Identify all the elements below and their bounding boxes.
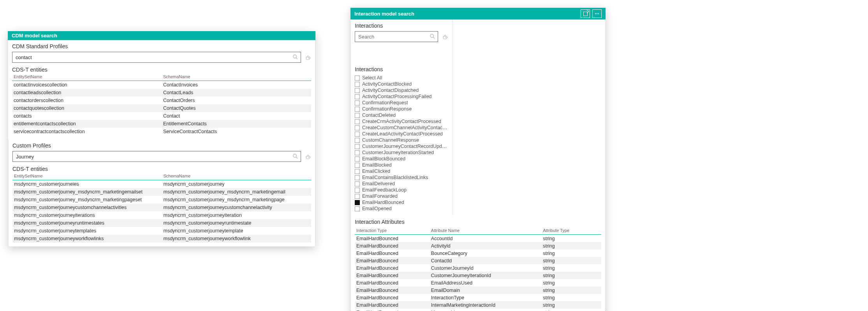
interaction-item[interactable]: EmailDelivered xyxy=(355,181,448,187)
table-row[interactable]: contactinvoicescollectionContactInvoices xyxy=(12,81,311,89)
col-attribute-name[interactable]: Attribute Name xyxy=(430,227,541,235)
checkbox-icon[interactable] xyxy=(355,175,360,180)
checkbox-icon[interactable] xyxy=(355,150,360,155)
checkbox-icon[interactable] xyxy=(355,206,360,211)
checkbox-icon[interactable] xyxy=(355,138,360,143)
cdm-standard-column: CDM Standard Profiles CDS-T entities Ent… xyxy=(8,40,315,139)
checkbox-icon[interactable] xyxy=(355,181,360,186)
checkbox-icon[interactable] xyxy=(355,125,360,130)
interaction-item[interactable]: ActivityContactDispatched xyxy=(355,87,448,93)
table-cell: msdyncrm_customerjourneyworkflowlink xyxy=(162,235,312,242)
checkbox-icon[interactable] xyxy=(355,113,360,118)
eraser-icon[interactable] xyxy=(305,154,311,159)
checkbox-icon[interactable] xyxy=(355,107,360,112)
interaction-item[interactable]: EmailFeedbackLoop xyxy=(355,187,448,193)
interaction-item[interactable]: EmailContainsBlacklistedLinks xyxy=(355,174,448,181)
table-cell: string xyxy=(541,235,601,242)
table-row[interactable]: msdyncrm_customerjourneytemplatesmsdyncr… xyxy=(12,227,311,235)
col-schemaname[interactable]: SchemaName xyxy=(162,74,311,81)
table-row[interactable]: msdyncrm_customerjourney_msdyncrm_market… xyxy=(12,196,311,204)
interaction-label: CreateCrmActivityContactProcessed xyxy=(362,119,441,124)
interaction-item[interactable]: Select All xyxy=(355,75,448,81)
more-icon[interactable]: ⋯ xyxy=(592,9,602,18)
table-row[interactable]: servicecontractcontactscollectionService… xyxy=(12,128,311,135)
table-row[interactable]: msdyncrm_customerjourneyruntimestatesmsd… xyxy=(12,219,311,227)
table-row[interactable]: EmailHardBouncedEmailAddressUsedstring xyxy=(355,279,601,286)
svg-line-7 xyxy=(433,37,435,39)
table-row[interactable]: entitlementcontactscollectionEntitlement… xyxy=(12,120,311,128)
table-row[interactable]: EmailHardBouncedBounceCategorystring xyxy=(355,250,601,257)
table-row[interactable]: EmailHardBouncedCustomerJourneyIteration… xyxy=(355,272,601,279)
interaction-item[interactable]: CreateCrmActivityContactProcessed xyxy=(355,118,448,125)
checkbox-icon[interactable] xyxy=(355,144,360,149)
checkbox-icon[interactable] xyxy=(355,169,360,174)
table-row[interactable]: msdyncrm_customerjourneyworkflowlinksmsd… xyxy=(12,235,311,242)
table-row[interactable]: contactsContact xyxy=(12,112,311,120)
checkbox-icon[interactable] xyxy=(355,94,360,99)
table-row[interactable]: contactleadscollectionContactLeads xyxy=(12,89,311,97)
interaction-panel-header: Interaction model search ⋯ xyxy=(350,8,606,19)
interaction-item[interactable]: CustomerJourneyContactRecordUpdated xyxy=(355,143,448,149)
svg-line-8 xyxy=(445,36,446,38)
interaction-item[interactable]: EmailBlockBounced xyxy=(355,156,448,162)
interaction-item[interactable]: CustomerJourneyIterationStarted xyxy=(355,149,448,156)
checkbox-icon[interactable] xyxy=(355,88,360,93)
interaction-item[interactable]: EmailHardBounced xyxy=(355,199,448,206)
interaction-item[interactable]: EmailClicked xyxy=(355,168,448,174)
checkbox-icon[interactable] xyxy=(355,132,360,137)
table-row[interactable]: msdyncrm_customerjourney_msdyncrm_market… xyxy=(12,188,311,196)
table-row[interactable]: contactorderscollectionContactOrders xyxy=(12,97,311,104)
table-row[interactable]: msdyncrm_customerjourneycustomchannelact… xyxy=(12,204,311,211)
interaction-item[interactable]: ConfirmationResponse xyxy=(355,106,448,112)
table-cell: InteractionType xyxy=(430,294,541,301)
table-row[interactable]: EmailHardBouncedInteractionTypestring xyxy=(355,294,601,301)
table-row[interactable]: msdyncrm_customerjourneiesmsdyncrm_custo… xyxy=(12,180,311,188)
search-icon xyxy=(292,54,298,60)
table-row[interactable]: EmailHardBouncedMessageIdstring xyxy=(355,309,601,311)
interaction-item[interactable]: ActivityContactProcessingFailed xyxy=(355,93,448,100)
table-row[interactable]: contactquotescollectionContactQuotes xyxy=(12,104,311,112)
table-row[interactable]: msdyncrm_customerjourneyiterationsmsdync… xyxy=(12,211,311,219)
interaction-item[interactable]: CreateLeadActivityContactProcessed xyxy=(355,131,448,137)
table-cell: msdyncrm_customerjourneyruntimestates xyxy=(12,219,162,227)
interaction-item[interactable]: EmailBlocked xyxy=(355,162,448,168)
col-entitysetname[interactable]: EntitySetName xyxy=(12,173,162,180)
cdm-standard-search-input[interactable] xyxy=(12,53,301,62)
eraser-icon[interactable] xyxy=(305,54,311,60)
checkbox-icon[interactable] xyxy=(355,76,360,81)
col-schemaname[interactable]: SchemaName xyxy=(162,173,312,180)
popout-icon[interactable] xyxy=(581,9,590,18)
interaction-item[interactable]: ConfirmationRequest xyxy=(355,100,448,106)
col-interaction-type[interactable]: Interaction Type xyxy=(355,227,430,235)
checkbox-icon[interactable] xyxy=(355,200,360,205)
interaction-item[interactable]: EmailForwarded xyxy=(355,193,448,199)
table-row[interactable]: EmailHardBouncedActivityIdstring xyxy=(355,242,601,250)
table-row[interactable]: EmailHardBouncedCustomerJourneyIdstring xyxy=(355,264,601,272)
col-attribute-type[interactable]: Attribute Type xyxy=(541,227,601,235)
checkbox-icon[interactable] xyxy=(355,119,360,124)
checkbox-icon[interactable] xyxy=(355,82,360,87)
col-entitysetname[interactable]: EntitySetName xyxy=(12,74,162,81)
table-row[interactable]: EmailHardBouncedEmailDomainstring xyxy=(355,286,601,294)
interaction-item[interactable]: ActivityContactBlocked xyxy=(355,81,448,87)
interactions-search-input[interactable] xyxy=(355,32,438,41)
table-row[interactable]: EmailHardBouncedContactIdstring xyxy=(355,257,601,264)
eraser-icon[interactable] xyxy=(442,34,448,39)
table-cell: msdyncrm_customerjourney_msdyncrm_market… xyxy=(162,188,312,196)
table-cell: ServiceContractContacts xyxy=(162,128,311,135)
checkbox-icon[interactable] xyxy=(355,156,360,162)
checkbox-icon[interactable] xyxy=(355,163,360,168)
interaction-label: ConfirmationRequest xyxy=(362,100,408,105)
interaction-item[interactable]: ContactDeleted xyxy=(355,112,448,118)
custom-search-input[interactable] xyxy=(13,152,301,161)
table-row[interactable]: EmailHardBouncedAccountIdstring xyxy=(355,235,601,242)
checkbox-icon[interactable] xyxy=(355,100,360,105)
interaction-item[interactable]: EmailOpened xyxy=(355,206,448,212)
table-row[interactable]: EmailHardBouncedInternalMarketingInterac… xyxy=(355,301,601,309)
table-cell: ContactInvoices xyxy=(162,81,311,89)
interaction-item[interactable]: CreateCustomChannelActivityContactProc..… xyxy=(355,125,448,131)
interaction-item[interactable]: CustomChannelResponse xyxy=(355,137,448,143)
checkbox-icon[interactable] xyxy=(355,194,360,199)
table-cell: msdyncrm_customerjourney xyxy=(162,180,312,188)
checkbox-icon[interactable] xyxy=(355,188,360,193)
